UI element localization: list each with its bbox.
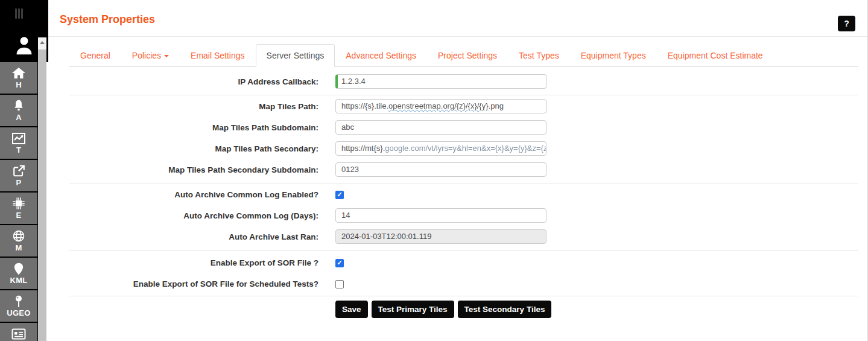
map-tiles-path-subdomain-input[interactable]: abc <box>335 120 546 135</box>
auto-archive-last-ran-input: 2024-01-03T12:00:01.119 <box>335 229 546 244</box>
sidebar-item-equipment[interactable]: E <box>0 193 37 224</box>
list-icon <box>11 328 26 340</box>
sidebar-item-reports[interactable]: P <box>0 323 37 341</box>
tab-email-settings[interactable]: Email Settings <box>180 44 255 67</box>
form-actions: Save Test Primary Tiles Test Secondary T… <box>335 301 867 318</box>
map-tiles-path-label: Map Tiles Path: <box>48 102 318 111</box>
map-tiles-path-input[interactable]: https://{s}.tile.openstreetmap.org/{z}/{… <box>335 99 546 113</box>
chart-icon <box>11 132 26 145</box>
sidebar-item-ugeo[interactable]: UGEO <box>0 290 37 322</box>
share-icon <box>12 164 26 177</box>
main-content: System Properties ? General Policies Ema… <box>48 0 868 341</box>
chevron-down-icon <box>164 55 169 57</box>
sidebar: H A T P E <box>0 0 48 341</box>
test-primary-tiles-button[interactable]: Test Primary Tiles <box>372 301 454 318</box>
sidebar-item-alerts[interactable]: A <box>0 95 37 126</box>
enable-sor-export-checkbox[interactable] <box>335 259 344 267</box>
sidebar-item-label: H <box>16 80 22 89</box>
sidebar-item-map[interactable]: M <box>0 225 37 257</box>
map-tiles-path-secondary-input[interactable]: https://mt{s}.google.com/vt/lyrs=y&hl=en… <box>335 141 546 156</box>
tab-advanced-settings[interactable]: Advanced Settings <box>335 44 427 67</box>
menu-toggle-icon[interactable] <box>15 8 25 19</box>
sidebar-item-home[interactable]: H <box>0 62 37 94</box>
server-settings-form: IP Address Callback: 1.2.3.4 Map Tiles P… <box>48 67 867 318</box>
save-button[interactable]: Save <box>335 301 368 318</box>
page-title: System Properties <box>60 13 155 26</box>
sidebar-nav: H A T P E <box>0 62 38 341</box>
ip-address-callback-label: IP Address Callback: <box>48 77 318 86</box>
sidebar-item-label: UGEO <box>7 308 30 317</box>
tab-test-types[interactable]: Test Types <box>508 44 570 67</box>
sidebar-item-label: P <box>16 178 22 187</box>
auto-archive-enabled-label: Auto Archive Common Log Enabled? <box>48 190 318 199</box>
enable-sor-export-label: Enable Export of SOR File ? <box>48 258 318 267</box>
auto-archive-days-input[interactable]: 14 <box>335 208 546 223</box>
sidebar-item-kml[interactable]: KML <box>0 258 37 289</box>
map-tiles-path-secondary-subdomain-label: Map Tiles Path Secondary Subdomain: <box>48 165 318 174</box>
sidebar-item-label: A <box>16 113 22 122</box>
map-marker-icon <box>13 263 24 275</box>
auto-archive-last-ran-label: Auto Archive Last Ran: <box>48 232 318 241</box>
scrollbar-thumb[interactable] <box>38 49 46 341</box>
tab-policies[interactable]: Policies <box>121 44 180 67</box>
sidebar-item-label: T <box>16 145 21 155</box>
sidebar-item-label: E <box>16 211 22 220</box>
sidebar-item-publish[interactable]: P <box>0 160 37 191</box>
map-tiles-path-secondary-subdomain-input[interactable]: 0123 <box>335 162 546 177</box>
page-header: System Properties ? <box>48 0 867 37</box>
scrollbar-up-arrow-icon[interactable] <box>38 37 46 48</box>
tab-equipment-cost-estimate[interactable]: Equipment Cost Estimate <box>657 44 774 67</box>
auto-archive-days-label: Auto Archive Common Log (Days): <box>48 211 318 220</box>
bell-icon <box>12 99 25 112</box>
user-avatar-icon[interactable] <box>14 34 34 60</box>
sidebar-scrollbar[interactable] <box>38 37 46 341</box>
tab-server-settings[interactable]: Server Settings <box>256 44 335 67</box>
sidebar-item-label: M <box>15 243 22 252</box>
globe-icon <box>12 229 25 243</box>
sidebar-item-label: KML <box>10 276 27 285</box>
tab-project-settings[interactable]: Project Settings <box>427 44 508 67</box>
tab-general[interactable]: General <box>69 44 121 67</box>
ip-address-callback-input[interactable]: 1.2.3.4 <box>335 74 546 89</box>
test-secondary-tiles-button[interactable]: Test Secondary Tiles <box>458 301 552 318</box>
help-button[interactable]: ? <box>838 16 855 31</box>
enable-sor-export-scheduled-checkbox[interactable] <box>335 280 344 288</box>
sidebar-item-tests[interactable]: T <box>0 127 37 159</box>
tab-bar: General Policies Email Settings Server S… <box>69 44 858 67</box>
map-tiles-path-subdomain-label: Map Tiles Path Subdomain: <box>48 123 318 132</box>
enable-sor-export-scheduled-label: Enable Export of SOR File for Scheduled … <box>48 279 318 288</box>
chip-icon <box>12 197 25 210</box>
auto-archive-enabled-checkbox[interactable] <box>335 191 344 199</box>
tab-equipment-types[interactable]: Equipment Types <box>570 44 657 67</box>
pushpin-icon <box>14 295 24 308</box>
home-icon <box>11 66 26 80</box>
row-divider <box>69 296 858 296</box>
map-tiles-path-secondary-label: Map Tiles Path Secondary: <box>48 144 318 153</box>
